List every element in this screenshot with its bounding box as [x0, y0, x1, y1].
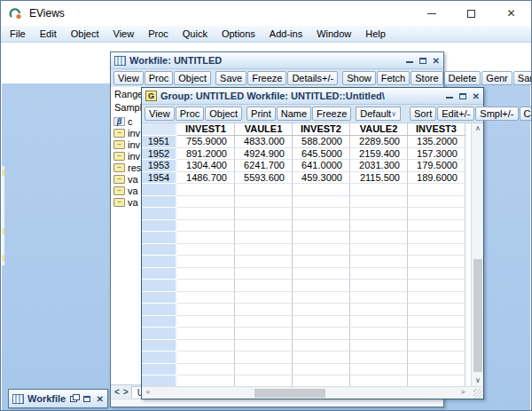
data-cell[interactable]: [235, 268, 293, 281]
data-cell[interactable]: [408, 292, 466, 304]
resize-grip[interactable]: [473, 389, 482, 398]
data-cell[interactable]: [408, 244, 466, 257]
grp-btn-view[interactable]: View: [145, 107, 175, 121]
close-button[interactable]: ✕: [491, 1, 531, 26]
data-cell[interactable]: 2031.300: [350, 160, 408, 172]
obs-cell[interactable]: 1953: [142, 160, 177, 172]
menu-edit[interactable]: Edit: [33, 28, 64, 39]
data-cell[interactable]: [350, 352, 408, 364]
data-cell[interactable]: 4833.000: [235, 136, 293, 148]
data-cell[interactable]: 157.3000: [408, 148, 466, 161]
data-cell[interactable]: [408, 304, 466, 316]
wf-btn-save[interactable]: Save: [215, 71, 246, 85]
data-cell[interactable]: [350, 375, 408, 386]
group-titlebar[interactable]: G Group: UNTITLED Workfile: UNTITLED::Un…: [142, 88, 483, 105]
data-cell[interactable]: [408, 364, 466, 376]
data-cell[interactable]: [177, 316, 235, 328]
data-cell[interactable]: [235, 256, 293, 268]
obs-cell[interactable]: [142, 256, 177, 268]
obs-cell[interactable]: [142, 232, 177, 244]
data-cell[interactable]: 6241.700: [235, 160, 293, 172]
data-cell[interactable]: [293, 364, 350, 376]
data-cell[interactable]: [177, 280, 235, 292]
data-cell[interactable]: [293, 232, 350, 244]
horizontal-scrollbar[interactable]: < >: [142, 386, 483, 399]
wf-btn-freeze[interactable]: Freeze: [247, 71, 286, 85]
data-cell[interactable]: [350, 292, 408, 304]
data-cell[interactable]: [235, 232, 293, 244]
data-cell[interactable]: [408, 220, 466, 233]
workfile-titlebar[interactable]: Workfile: UNTITLED ✕: [111, 52, 443, 69]
data-cell[interactable]: 891.2000: [177, 148, 235, 161]
grp-btn-sort[interactable]: Sort: [410, 107, 436, 121]
data-cell[interactable]: 459.3000: [293, 172, 350, 185]
menu-help[interactable]: Help: [358, 28, 393, 39]
data-cell[interactable]: [177, 184, 235, 196]
data-cell[interactable]: 645.5000: [293, 148, 350, 161]
grp-btn-smpl[interactable]: Smpl+/-: [475, 107, 518, 121]
data-cell[interactable]: [293, 316, 350, 328]
data-cell[interactable]: [350, 364, 408, 376]
column-header-invest2[interactable]: INVEST2: [293, 123, 350, 136]
data-cell[interactable]: [350, 268, 408, 281]
data-cell[interactable]: [177, 328, 235, 340]
data-cell[interactable]: [177, 244, 235, 257]
horizontal-scroll-thumb[interactable]: [254, 389, 325, 398]
obs-cell[interactable]: [142, 328, 177, 340]
minimized-workfile-window[interactable]: Workfile:... ✕: [8, 389, 108, 408]
obs-cell[interactable]: [142, 208, 177, 220]
data-cell[interactable]: 755.9000: [177, 136, 235, 148]
minimize-icon[interactable]: [406, 61, 413, 63]
data-cell[interactable]: [350, 280, 408, 292]
data-cell[interactable]: [293, 375, 350, 386]
close-icon[interactable]: ✕: [433, 56, 440, 66]
data-cell[interactable]: [293, 268, 350, 281]
maximize-button[interactable]: [451, 1, 491, 26]
menu-quick[interactable]: Quick: [176, 28, 215, 39]
data-cell[interactable]: [235, 340, 293, 352]
data-cell[interactable]: [293, 292, 350, 304]
wf-btn-delete[interactable]: Delete: [444, 71, 481, 85]
data-cell[interactable]: 1486.700: [177, 172, 235, 185]
data-cell[interactable]: [235, 208, 293, 220]
obs-cell[interactable]: [142, 280, 177, 292]
data-cell[interactable]: [235, 328, 293, 340]
data-cell[interactable]: [235, 316, 293, 328]
grp-btn-name[interactable]: Name: [277, 107, 311, 121]
data-cell[interactable]: [293, 280, 350, 292]
obs-cell[interactable]: [142, 340, 177, 352]
data-cell[interactable]: [408, 375, 466, 386]
data-cell[interactable]: 2115.500: [350, 172, 408, 185]
data-cell[interactable]: [177, 232, 235, 244]
data-cell[interactable]: [293, 256, 350, 268]
data-cell[interactable]: [408, 280, 466, 292]
obs-cell[interactable]: 1951: [142, 136, 177, 148]
data-cell[interactable]: [177, 364, 235, 376]
close-icon[interactable]: ✕: [473, 91, 480, 101]
data-cell[interactable]: [293, 340, 350, 352]
menu-view[interactable]: View: [106, 28, 142, 39]
obs-cell[interactable]: 1952: [142, 148, 177, 161]
minimize-button[interactable]: [411, 1, 451, 26]
obs-cell[interactable]: [142, 268, 177, 281]
data-cell[interactable]: [293, 196, 350, 209]
menu-file[interactable]: File: [3, 28, 33, 39]
data-cell[interactable]: [350, 328, 408, 340]
data-cell[interactable]: [177, 256, 235, 268]
data-cell[interactable]: [235, 184, 293, 196]
data-cell[interactable]: [350, 220, 408, 233]
menu-proc[interactable]: Proc: [141, 28, 176, 39]
data-cell[interactable]: [235, 244, 293, 257]
vertical-scrollbar[interactable]: ∧ ∨: [471, 123, 483, 386]
data-cell[interactable]: [293, 184, 350, 196]
grp-btn-print[interactable]: Print: [246, 107, 276, 121]
data-cell[interactable]: [408, 256, 466, 268]
data-cell[interactable]: [177, 352, 235, 364]
wf-btn-sample[interactable]: Sample: [513, 71, 532, 85]
grp-btn-proc[interactable]: Proc: [176, 107, 205, 121]
menu-object[interactable]: Object: [64, 28, 106, 39]
restore-icon[interactable]: [70, 396, 77, 402]
data-cell[interactable]: [293, 352, 350, 364]
data-cell[interactable]: [235, 364, 293, 376]
data-cell[interactable]: [408, 352, 466, 364]
